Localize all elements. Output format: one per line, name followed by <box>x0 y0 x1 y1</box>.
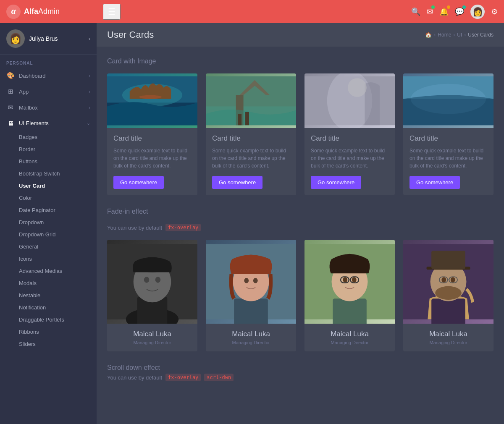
person-3-title: Managing Director <box>311 340 388 345</box>
sidebar-sub-dropdown-grid[interactable]: Dropdown Grid <box>0 228 97 241</box>
svg-point-3 <box>139 95 162 99</box>
card-1-body: Card title Some quick example text to bu… <box>107 128 197 195</box>
sidebar-item-ui-elements[interactable]: 🖥 UI Elements ⌄ <box>0 115 97 131</box>
person-card-4-info: Maical Luka Managing Director <box>403 324 494 351</box>
card-3-button[interactable]: Go somewhere <box>311 176 361 189</box>
main-content: User Cards 🏠 › Home › UI › User Cards Ca… <box>97 23 504 424</box>
breadcrumb-sep-2: › <box>453 32 455 38</box>
user-avatar-top[interactable]: 👩 <box>470 5 485 19</box>
svg-point-20 <box>144 277 150 283</box>
person-card-2-info: Maical Luka Managing Director <box>206 324 296 351</box>
svg-rect-25 <box>234 298 268 324</box>
content-body: Card with Image <box>97 47 504 400</box>
search-icon[interactable]: 🔍 <box>411 7 420 16</box>
section3-desc-text: You can use by default <box>107 374 162 381</box>
dashboard-icon: 🎨 <box>6 72 15 79</box>
card-4-image <box>403 73 494 128</box>
top-navbar: α AlfaAdmin ☰ 🔍 ✉ 🔔 💬 👩 ⚙ <box>0 0 504 23</box>
person-card-2-image <box>206 240 296 324</box>
person-card-3-image <box>304 240 395 324</box>
app-chevron: › <box>89 89 90 94</box>
sidebar-sub-badges[interactable]: Badges <box>0 131 97 143</box>
sidebar-sub-modals[interactable]: Modals <box>0 277 97 289</box>
section2-desc-text: You can use by default <box>107 225 162 231</box>
settings-icon[interactable]: ⚙ <box>491 7 498 16</box>
sidebar-sub-dropdown[interactable]: Dropdown <box>0 216 97 228</box>
person-4-title: Managing Director <box>410 340 487 345</box>
person-card-1-image <box>107 240 197 324</box>
sidebar-sub-general[interactable]: General <box>0 241 97 253</box>
sidebar-sub-bootstrap-switch[interactable]: Bootstrap Switch <box>0 168 97 180</box>
home-icon: 🏠 <box>425 32 432 38</box>
sidebar-item-app[interactable]: ⊞ App › <box>0 84 97 99</box>
svg-point-11 <box>348 78 367 97</box>
person-card-4: Maical Luka Managing Director <box>403 240 494 351</box>
sidebar-sub-date-paginator[interactable]: Date Paginator <box>0 204 97 216</box>
chat-badge <box>462 5 466 9</box>
breadcrumb-home[interactable]: Home <box>438 32 451 38</box>
sidebar-sub-notification[interactable]: Notification <box>0 301 97 314</box>
user-info: Juliya Brus <box>29 35 88 42</box>
section3-code1: fx-overlay <box>165 374 201 381</box>
person-4-name: Maical Luka <box>410 330 487 338</box>
email-badge <box>431 5 435 9</box>
page-title: User Cards <box>107 29 154 40</box>
sidebar-user-avatar: 👩 <box>6 29 25 48</box>
logo-text: AlfaAdmin <box>24 7 60 16</box>
person-3-name: Maical Luka <box>311 330 388 338</box>
card-4-button[interactable]: Go somewhere <box>410 176 460 189</box>
bell-icon[interactable]: 🔔 <box>439 7 449 16</box>
svg-point-47 <box>441 277 446 283</box>
card-3: Card title Some quick example text to bu… <box>304 73 395 195</box>
sidebar-sub-buttons[interactable]: Buttons <box>0 155 97 168</box>
chat-icon[interactable]: 💬 <box>455 7 464 16</box>
breadcrumb-sep-1: › <box>434 32 436 38</box>
sidebar-item-dashboard[interactable]: 🎨 Dashboard › <box>0 68 97 84</box>
ui-elements-chevron: ⌄ <box>87 120 90 126</box>
sidebar-sub-nestable[interactable]: Nestable <box>0 289 97 301</box>
email-icon[interactable]: ✉ <box>427 7 433 16</box>
sidebar-sub-border[interactable]: Border <box>0 143 97 155</box>
card-1-title: Card title <box>113 134 191 143</box>
card-3-text: Some quick example text to build on the … <box>311 147 388 170</box>
sidebar-sub-user-card[interactable]: User Card <box>0 180 97 192</box>
sidebar-item-mailbox[interactable]: ✉ Mailbox › <box>0 99 97 115</box>
section1-title: Card with Image <box>107 58 494 65</box>
breadcrumb-sep-3: › <box>464 32 466 38</box>
section3-code2: scrl-dwn <box>204 374 234 381</box>
sidebar-sub-color[interactable]: Color <box>0 192 97 204</box>
sidebar-label-ui-elements: UI Elements <box>19 120 87 126</box>
sidebar-sub-draggable[interactable]: Draggable Portlets <box>0 314 97 326</box>
person-2-name: Maical Luka <box>212 330 290 338</box>
card-4-body: Card title Some quick example text to bu… <box>403 128 494 195</box>
sidebar-sub-icons[interactable]: Icons <box>0 253 97 265</box>
user-panel[interactable]: 👩 Juliya Brus › <box>0 23 97 55</box>
section2-code: fx-overlay <box>165 224 201 231</box>
section2-title: Fade-in effect <box>107 208 494 215</box>
card-4-title: Card title <box>410 134 487 143</box>
breadcrumb-parent[interactable]: UI <box>457 32 462 38</box>
card-1-button[interactable]: Go somewhere <box>113 176 164 189</box>
svg-point-36 <box>352 277 357 283</box>
logo-area: α AlfaAdmin <box>6 5 103 19</box>
sidebar-sub-advanced-medias[interactable]: Advanced Medias <box>0 265 97 277</box>
card-1-text: Some quick example text to build on the … <box>113 147 191 170</box>
sidebar-sub-ribbons[interactable]: Ribbons <box>0 326 97 338</box>
card-2-button[interactable]: Go somewhere <box>212 176 262 189</box>
card-3-body: Card title Some quick example text to bu… <box>304 128 395 195</box>
card-3-title: Card title <box>311 134 388 143</box>
content-header: User Cards 🏠 › Home › UI › User Cards <box>97 23 504 47</box>
bell-badge <box>447 5 450 9</box>
dashboard-chevron: › <box>89 73 90 78</box>
sidebar-sub-sliders[interactable]: Sliders <box>0 338 97 350</box>
ui-elements-icon: 🖥 <box>6 120 15 127</box>
person-card-1-info: Maical Luka Managing Director <box>107 324 197 351</box>
section2-description: You can use by default fx-overlay <box>107 224 494 231</box>
hamburger-button[interactable]: ☰ <box>103 4 121 20</box>
card-1-image <box>107 73 197 128</box>
card-2-image <box>206 73 296 128</box>
card-4-text: Some quick example text to build on the … <box>410 147 487 170</box>
sidebar: 👩 Juliya Brus › PERSONAL 🎨 Dashboard › ⊞… <box>0 23 97 424</box>
mailbox-icon: ✉ <box>6 104 15 111</box>
sidebar-label-dashboard: Dashboard <box>19 73 89 79</box>
